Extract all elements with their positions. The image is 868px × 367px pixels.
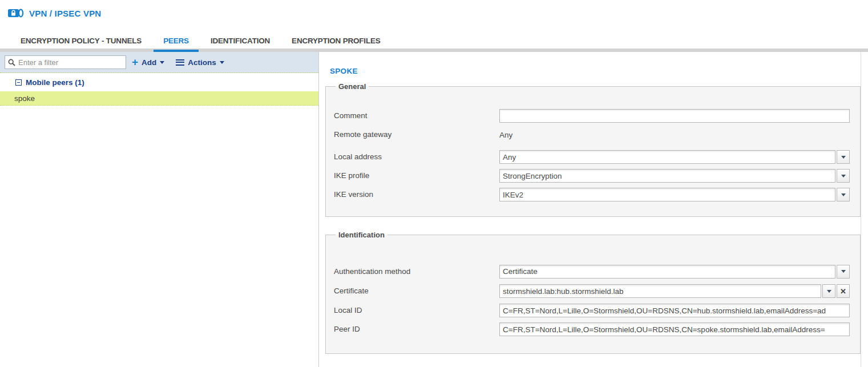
dropdown-arrow-icon (841, 175, 846, 178)
local-address-input[interactable] (499, 150, 835, 164)
peer-id-label: Peer ID (334, 324, 360, 334)
peer-list-panel: + Add Actions Mobile peers (1) spoke (0, 52, 319, 367)
ike-version-label: IKE version (334, 189, 373, 200)
certificate-label: Certificate (334, 286, 369, 296)
field-row-comment: Comment (334, 109, 850, 123)
add-button-label: Add (142, 58, 156, 67)
local-address-label: Local address (334, 152, 382, 162)
actions-button[interactable]: Actions (170, 58, 230, 67)
field-row-local-address: Local address (334, 150, 850, 164)
peer-detail-title: SPOKE (330, 67, 861, 75)
plus-icon: + (132, 57, 138, 67)
tab-encryption-policy-tunnels[interactable]: ENCRYPTION POLICY - TUNNELS (11, 33, 151, 49)
peer-detail-panel: SPOKE General Comment Remote gateway Any… (320, 52, 861, 367)
page-header: VPN / IPSEC VPN (8, 7, 101, 19)
menu-icon (176, 59, 184, 66)
peer-list-toolbar: + Add Actions (0, 52, 318, 73)
ike-profile-label: IKE profile (334, 171, 369, 181)
section-identification: Identification Authentication method Cer… (325, 231, 861, 354)
authentication-method-label: Authentication method (334, 267, 410, 277)
field-row-local-id: Local ID (334, 304, 850, 317)
certificate-clear-button[interactable]: ✕ (837, 284, 850, 298)
filter-input[interactable] (18, 58, 123, 67)
local-id-input[interactable] (499, 304, 850, 317)
tab-bar: ENCRYPTION POLICY - TUNNELS PEERS IDENTI… (0, 33, 868, 52)
clear-icon: ✕ (840, 287, 846, 296)
section-identification-legend: Identification (336, 231, 387, 239)
list-item-label: spoke (14, 94, 35, 103)
chevron-down-icon (160, 61, 164, 64)
ike-profile-input[interactable] (499, 169, 835, 183)
remote-gateway-value: Any (499, 131, 512, 139)
page-title: VPN / IPSEC VPN (29, 9, 101, 18)
remote-gateway-label: Remote gateway (334, 130, 391, 140)
certificate-input[interactable] (499, 284, 821, 298)
add-button[interactable]: + Add (126, 58, 170, 67)
collapse-icon[interactable] (15, 79, 22, 86)
authentication-method-input[interactable] (499, 265, 835, 279)
scrollbar-gutter[interactable] (861, 52, 868, 367)
field-row-certificate: Certificate ✕ (334, 284, 850, 298)
field-row-ike-profile: IKE profile (334, 169, 850, 183)
ike-version-input[interactable] (499, 188, 835, 201)
field-row-peer-id: Peer ID (334, 322, 850, 336)
dropdown-arrow-icon (841, 156, 846, 159)
tree-group-mobile-peers[interactable]: Mobile peers (1) (0, 73, 318, 91)
section-general-legend: General (336, 82, 369, 91)
comment-input[interactable] (499, 109, 850, 123)
tab-identification[interactable]: IDENTIFICATION (201, 33, 280, 49)
field-row-authentication-method: Authentication method (334, 262, 850, 281)
comment-label: Comment (334, 111, 368, 121)
list-item-spoke[interactable]: spoke (0, 91, 318, 106)
filter-box (5, 55, 126, 69)
authentication-method-dropdown-button[interactable] (837, 265, 850, 279)
local-address-dropdown-button[interactable] (837, 150, 850, 164)
tab-peers[interactable]: PEERS (154, 33, 199, 49)
field-row-remote-gateway: Remote gateway Any (334, 128, 850, 142)
local-id-label: Local ID (334, 305, 362, 316)
search-icon (8, 59, 15, 66)
certificate-dropdown-button[interactable] (822, 284, 835, 298)
tab-encryption-profiles[interactable]: ENCRYPTION PROFILES (282, 33, 390, 49)
chevron-down-icon (220, 61, 224, 64)
field-row-ike-version: IKE version (334, 188, 850, 201)
dropdown-arrow-icon (827, 290, 831, 293)
ike-profile-dropdown-button[interactable] (837, 169, 850, 183)
tree-group-label: Mobile peers (1) (26, 78, 84, 87)
actions-button-label: Actions (188, 58, 216, 67)
peer-id-input[interactable] (499, 322, 850, 336)
ipsec-vpn-module-icon (8, 7, 24, 19)
section-general: General Comment Remote gateway Any Local… (325, 82, 861, 217)
dropdown-arrow-icon (841, 270, 846, 273)
ike-version-dropdown-button[interactable] (837, 188, 850, 201)
dropdown-arrow-icon (841, 193, 846, 196)
